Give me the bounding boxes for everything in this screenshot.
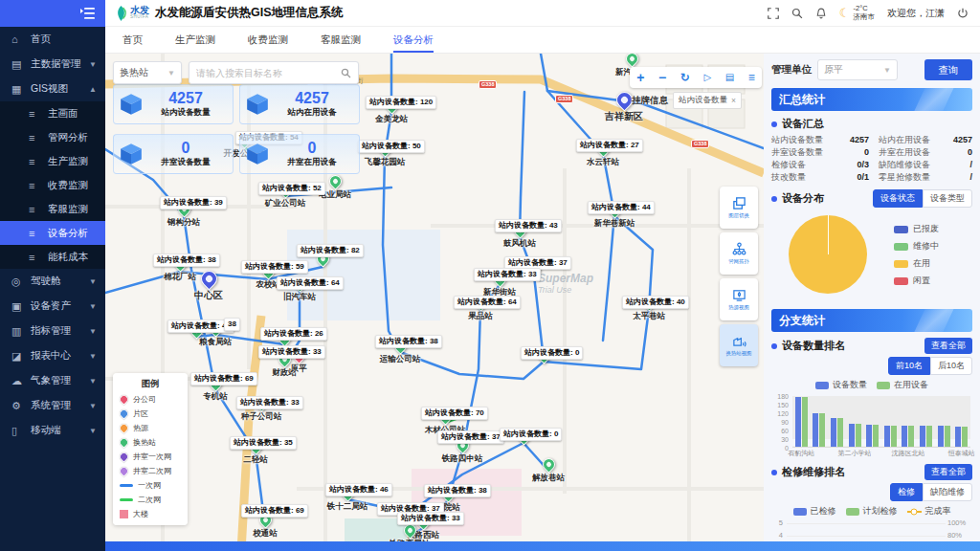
marker-count-label: 站内设备数量: 50: [358, 140, 425, 153]
welcome-text: 欢迎您，江潇: [887, 7, 945, 20]
bar-group[interactable]: [828, 396, 846, 447]
bar-plot-area: [792, 396, 970, 448]
pan-tool-icon[interactable]: ▷: [703, 73, 711, 82]
sidebar-item-移动端[interactable]: ▯移动端▼: [0, 418, 105, 443]
tab-设备分析[interactable]: 设备分析: [393, 27, 434, 53]
y-axis-tick: 180: [771, 393, 789, 400]
query-button[interactable]: 查询: [924, 59, 972, 80]
sidebar-subitem-设备分析[interactable]: ≡设备分析: [0, 221, 105, 245]
bar-group[interactable]: [863, 396, 881, 447]
search-input[interactable]: [196, 68, 341, 78]
stat-card-站内设备数量: 4257站内设备数量: [113, 84, 234, 124]
bar-legend-在用设备: 在用设备: [877, 379, 928, 391]
sidebar-item-驾驶舱[interactable]: ◎驾驶舱▼: [0, 269, 105, 294]
stat-card-井室设备数量: 0井室设备数量: [113, 134, 234, 174]
map-tool-管网拓扑[interactable]: 管网拓扑: [720, 232, 758, 275]
sidebar-collapse-button[interactable]: [0, 0, 105, 27]
marker-count-label: 站内设备数量: 64: [277, 276, 344, 290]
marker-count-label: 站内设备数量: 37: [437, 430, 504, 444]
logout-icon[interactable]: [957, 8, 969, 19]
search-category-select[interactable]: 换热站▼: [113, 61, 182, 84]
map-tool-热源视图[interactable]: 热源视图: [720, 278, 758, 320]
bar-group[interactable]: [811, 396, 829, 447]
legend-swatch: [815, 382, 829, 389]
stat-label: 井室设备数量: [771, 146, 831, 159]
sidebar-subitem-主画面[interactable]: ≡主画面: [0, 101, 105, 125]
zoom-in-icon[interactable]: +: [636, 71, 644, 84]
close-icon[interactable]: ×: [731, 96, 736, 105]
bar-group[interactable]: [935, 396, 953, 447]
marker-name-label: 矿业公司站: [265, 198, 306, 209]
cube-icon: [245, 142, 270, 166]
tab-首页[interactable]: 首页: [122, 27, 143, 53]
tab-客服监测[interactable]: 客服监测: [321, 27, 361, 53]
zoom-out-icon[interactable]: −: [658, 71, 666, 84]
toggle-设备类型[interactable]: 设备类型: [923, 189, 972, 208]
toggle-后10名[interactable]: 后10名: [930, 357, 972, 375]
tab-生产监测[interactable]: 生产监测: [175, 27, 215, 53]
bar-group[interactable]: [900, 396, 918, 447]
notification-bell-icon[interactable]: [815, 8, 827, 19]
bar-设备数量: [795, 397, 801, 447]
sidebar-item-报表中心[interactable]: ◪报表中心▼: [0, 343, 105, 368]
sidebar-subitem-管网分析[interactable]: ≡管网分析: [0, 125, 105, 149]
rank-toggles: 前10名后10名: [771, 357, 972, 375]
top-header: 水发 SHUIFA 水发能源盾安供热GIS地理信息系统 ☾ -2°C 济南市 欢…: [105, 0, 980, 27]
app-logo: 水发 SHUIFA: [115, 6, 149, 21]
search-category-value: 换热站: [120, 66, 148, 79]
bar-group[interactable]: [792, 396, 811, 447]
view-all-button[interactable]: 查看全部: [924, 338, 972, 354]
sidebar-item-设备资产[interactable]: ▣设备资产▼: [0, 294, 105, 319]
stat-card-站内在用设备: 4257站内在用设备: [239, 84, 360, 124]
sidebar-item-首页[interactable]: ⌂首页: [0, 27, 105, 52]
fullscreen-icon[interactable]: [768, 8, 779, 19]
tag-chip[interactable]: 站内设备数量×: [673, 92, 742, 109]
unit-filter-row: 管理单位 原平▼ 查询: [771, 59, 972, 80]
marker-count-label: 站内设备数量: 69: [241, 504, 308, 518]
sidebar-item-指标管理[interactable]: ▥指标管理▼: [0, 319, 105, 343]
toggle-设备状态[interactable]: 设备状态: [873, 189, 923, 208]
bar-group[interactable]: [917, 396, 935, 447]
app-root: ⌂首页▤主数据管理▼▦GIS视图▲≡主画面≡管网分析≡生产监测≡收费监测≡客服监…: [0, 0, 980, 551]
map-canvas[interactable]: 平安西大街 SuperMap Trial Use 换热站▼ 4257站内设备数量…: [105, 54, 764, 541]
view-all-button[interactable]: 查看全部: [924, 464, 972, 480]
toggle-缺陷维修[interactable]: 缺陷维修: [923, 483, 972, 501]
map-settings-icon[interactable]: ≡: [748, 72, 755, 83]
map-toolbar: + − ↻ ▷ ▤ ≡: [630, 67, 762, 88]
sidebar-item-主数据管理[interactable]: ▤主数据管理▼: [0, 52, 105, 77]
sidebar-subitem-能耗成本[interactable]: ≡能耗成本: [0, 245, 105, 269]
sidebar-item-气象管理[interactable]: ☁气象管理▼: [0, 368, 105, 393]
sidebar-menu: ⌂首页▤主数据管理▼▦GIS视图▲≡主画面≡管网分析≡生产监测≡收费监测≡客服监…: [0, 27, 105, 443]
marker-count-label: 站内设备数量: 52: [258, 182, 325, 195]
unit-select[interactable]: 原平▼: [817, 59, 898, 80]
bar-设备数量: [955, 427, 961, 447]
legend-square-icon: [120, 510, 128, 518]
submenu-icon: ≡: [29, 204, 42, 215]
search-icon[interactable]: [341, 68, 351, 78]
reset-view-icon[interactable]: ↻: [680, 72, 690, 83]
bar-group[interactable]: [881, 396, 900, 447]
chevron-down-icon: ▼: [89, 277, 97, 286]
sidebar-subitem-收费监测[interactable]: ≡收费监测: [0, 173, 105, 197]
export-map-icon[interactable]: ▤: [725, 73, 734, 82]
toggle-检修[interactable]: 检修: [890, 483, 923, 501]
bar-group[interactable]: [846, 396, 864, 447]
toggle-前10名[interactable]: 前10名: [888, 357, 930, 375]
sidebar-item-系统管理[interactable]: ⚙系统管理▼: [0, 393, 105, 418]
submenu-icon: ≡: [29, 252, 42, 263]
tab-收费监测[interactable]: 收费监测: [248, 27, 288, 53]
footer-bar: [105, 541, 980, 551]
map-tool-换热站视图[interactable]: 换热站视图: [720, 324, 758, 366]
search-icon[interactable]: [791, 8, 803, 19]
bar-设备数量: [938, 426, 944, 447]
map-tool-图层切换[interactable]: 图层切换: [720, 187, 758, 229]
bar-group[interactable]: [952, 396, 970, 447]
legend-item-分公司: 分公司: [113, 392, 188, 407]
sidebar-subitem-客服监测[interactable]: ≡客服监测: [0, 197, 105, 221]
sidebar-item-GIS视图[interactable]: ▦GIS视图▲: [0, 77, 105, 101]
legend-item-label: 大楼: [133, 509, 148, 519]
sidebar-subitem-生产监测[interactable]: ≡生产监测: [0, 149, 105, 173]
bullet-dot-icon: [771, 343, 777, 349]
marker-count-label: 站内设备数量: 33: [258, 345, 325, 359]
map-tool-label: 热源视图: [728, 303, 749, 311]
